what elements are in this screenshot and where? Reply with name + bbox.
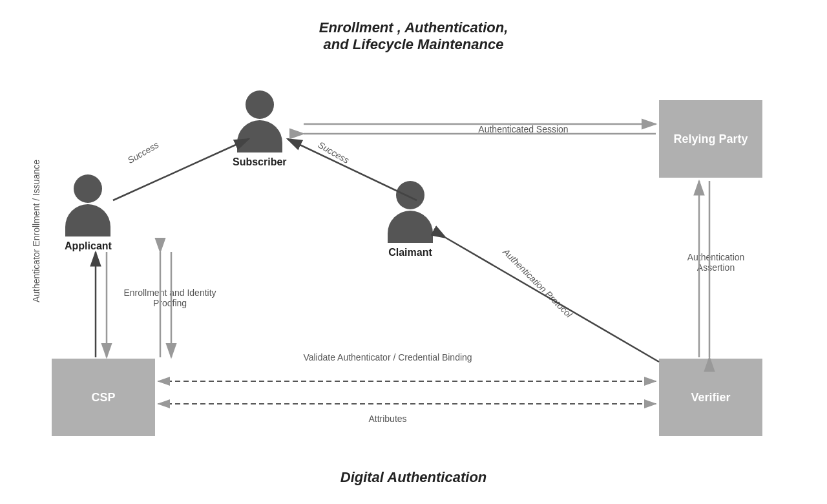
- claimant-body: [388, 211, 433, 243]
- applicant-head: [74, 174, 102, 203]
- applicant-body: [65, 204, 110, 236]
- diagram-container: Enrollment , Authentication, and Lifecyc…: [0, 0, 827, 504]
- attributes-label: Attributes: [226, 414, 549, 424]
- authenticated-session-label: Authenticated Session: [465, 124, 581, 134]
- claimant-head: [396, 181, 424, 209]
- claimant-label: Claimant: [388, 247, 432, 258]
- claimant-person: Claimant: [388, 181, 433, 258]
- diagram-subtitle: Digital Authentication: [340, 469, 487, 486]
- applicant-person: Applicant: [65, 174, 112, 252]
- authentication-assertion-label: Authentication Assertion: [677, 252, 755, 273]
- authentication-protocol-label: Authentication Protocol: [501, 246, 574, 319]
- relying-party-box: Relying Party: [659, 100, 762, 178]
- svg-line-4: [113, 139, 249, 200]
- success-claimant-label: Success: [317, 140, 351, 165]
- diagram-title: Enrollment , Authentication, and Lifecyc…: [319, 19, 508, 53]
- authenticator-enrollment-label: Authenticator Enrollment / Issuance: [31, 264, 41, 302]
- csp-box: CSP: [52, 359, 155, 436]
- validate-authenticator-label: Validate Authenticator / Credential Bind…: [226, 352, 549, 362]
- enrollment-identity-label: Enrollment and Identity Proofing: [115, 288, 225, 308]
- applicant-label: Applicant: [65, 240, 112, 252]
- verifier-box: Verifier: [659, 359, 762, 436]
- subscriber-person: Subscriber: [233, 90, 287, 168]
- success-applicant-label: Success: [126, 140, 161, 165]
- subscriber-body: [237, 120, 282, 152]
- subscriber-label: Subscriber: [233, 156, 287, 168]
- subscriber-head: [246, 90, 274, 119]
